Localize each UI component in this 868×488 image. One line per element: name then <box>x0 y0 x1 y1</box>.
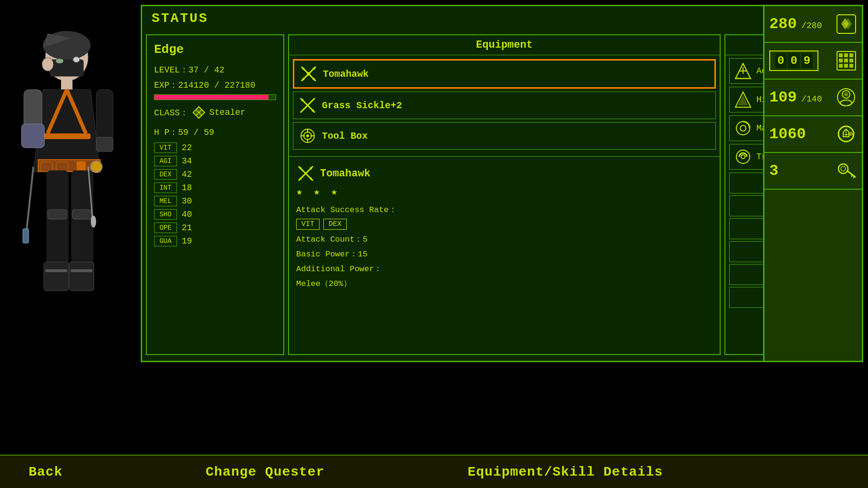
level-stat: LEVEL：37 / 42 <box>154 64 276 75</box>
exp-bar <box>154 94 276 100</box>
svg-point-88 <box>849 132 853 136</box>
detail-weapon-row: Tomahawk <box>296 164 713 183</box>
equipment-detail: Tomahawk ★ ★ ★ Attack Success Rate： VIT … <box>289 157 720 354</box>
svg-rect-19 <box>96 90 113 142</box>
right-sidebar: 280 /280 0 0 9 109 <box>763 5 863 362</box>
attr-dex: DEX 42 <box>154 169 276 180</box>
bp-value-group: 109 /140 <box>769 89 822 106</box>
equip-slot-1[interactable]: Grass Sickle+2 <box>293 92 716 119</box>
svg-rect-24 <box>72 210 92 219</box>
stats-panel: Edge LEVEL：37 / 42 EXP：214120 / 227180 C… <box>146 34 284 355</box>
equip-name-2: Tool Box <box>322 131 368 142</box>
gold-icon <box>836 123 857 145</box>
svg-rect-11 <box>43 133 91 139</box>
svg-rect-76 <box>839 59 843 62</box>
attack-count-label: Attack Count：5 <box>296 234 713 244</box>
svg-rect-15 <box>76 161 86 172</box>
exp-bar-fill <box>155 95 269 100</box>
svg-rect-14 <box>56 162 68 172</box>
basic-power-label: Basic Power：15 <box>296 248 713 259</box>
additional-power-label: Additional Power： <box>296 263 713 274</box>
svg-point-89 <box>838 164 848 173</box>
sp-value: 280 <box>769 15 797 33</box>
bottom-bar: Back Change Quester Equipment/Skill Deta… <box>0 455 868 488</box>
equip-slot-2[interactable]: Tool Box <box>293 122 716 150</box>
bp-icon <box>836 87 857 108</box>
equip-slot-0[interactable]: Tomahawk <box>293 59 716 89</box>
svg-rect-23 <box>48 210 67 219</box>
attr-int: INT 18 <box>154 183 276 193</box>
sp-max: /280 <box>801 21 822 30</box>
back-button[interactable]: Back <box>29 465 62 479</box>
svg-rect-75 <box>849 53 853 57</box>
detail-weapon-icon <box>296 164 315 183</box>
svg-rect-78 <box>849 59 853 62</box>
tp-digit-1: 0 <box>788 53 799 68</box>
svg-rect-26 <box>69 262 94 291</box>
attr-sho: SHO 40 <box>154 209 276 220</box>
tp-digit-2: 9 <box>801 53 813 68</box>
svg-rect-27 <box>45 269 67 272</box>
svg-rect-80 <box>844 64 848 68</box>
tp-icon <box>836 50 857 71</box>
status-title: STATUS <box>142 6 862 30</box>
svg-rect-81 <box>849 64 853 68</box>
detail-weapon-name: Tomahawk <box>320 168 371 180</box>
equipment-slots: Tomahawk Grass Sickle+2 <box>289 55 720 157</box>
svg-point-90 <box>841 166 846 171</box>
svg-point-16 <box>91 161 102 173</box>
max-ap-up-icon <box>734 120 752 137</box>
bp-item: 109 /140 <box>765 80 862 116</box>
key-icon <box>836 160 857 182</box>
class-stat: CLASS： Stealer <box>154 106 276 119</box>
keys-value: 3 <box>769 162 778 180</box>
svg-rect-77 <box>844 59 848 62</box>
svg-rect-28 <box>71 269 93 272</box>
svg-rect-3 <box>50 60 83 76</box>
class-icon <box>192 106 206 119</box>
equipment-title: Equipment <box>289 35 720 55</box>
svg-point-85 <box>844 92 848 96</box>
svg-rect-30 <box>23 229 29 243</box>
stat-tag-dex: DEX <box>323 219 347 230</box>
bp-max: /140 <box>801 94 822 104</box>
tp-digit-0: 0 <box>775 53 786 68</box>
treasure-hunter-icon <box>734 148 752 165</box>
attr-gua: GUA 19 <box>154 236 276 246</box>
bp-value: 109 <box>769 89 797 106</box>
character-name: Edge <box>154 42 276 57</box>
svg-point-6 <box>42 58 53 71</box>
svg-rect-20 <box>96 137 113 152</box>
svg-rect-13 <box>41 162 52 172</box>
svg-line-29 <box>26 167 33 234</box>
stat-tags: VIT DEX <box>296 219 713 230</box>
svg-point-32 <box>91 216 96 227</box>
acoustic-bomb-icon <box>734 62 752 80</box>
attr-ope: OPE 21 <box>154 223 276 233</box>
attrs-list: VIT 22 AGI 34 DEX 42 INT 18 MEL 30 <box>154 142 276 246</box>
stat-tag-vit: VIT <box>296 219 320 230</box>
character-area <box>0 0 138 453</box>
equip-name-1: Grass Sickle+2 <box>322 100 402 111</box>
attack-success-rate-label: Attack Success Rate： <box>296 204 713 215</box>
equipment-skill-details-button[interactable]: Equipment/Skill Details <box>467 465 662 479</box>
svg-rect-7 <box>61 80 72 90</box>
character-sprite <box>5 19 134 434</box>
attr-vit: VIT 22 <box>154 142 276 153</box>
svg-point-68 <box>740 125 746 131</box>
svg-point-84 <box>840 100 852 106</box>
svg-point-5 <box>73 57 80 62</box>
svg-rect-25 <box>44 262 69 291</box>
change-quester-button[interactable]: Change Quester <box>206 465 324 479</box>
gold-item: 1060 <box>765 116 862 153</box>
sp-value-group: 280 /280 <box>769 15 822 33</box>
svg-point-4 <box>56 59 63 63</box>
svg-rect-79 <box>839 64 843 68</box>
exp-stat: EXP：214120 / 227180 <box>154 79 276 91</box>
hp-stat: H P：59 / 59 <box>154 126 276 138</box>
tomahawk-icon <box>299 64 318 83</box>
svg-marker-66 <box>738 95 748 105</box>
gold-value: 1060 <box>769 125 806 143</box>
tp-counter: 0 0 9 <box>769 51 818 71</box>
attr-mel: MEL 30 <box>154 196 276 206</box>
